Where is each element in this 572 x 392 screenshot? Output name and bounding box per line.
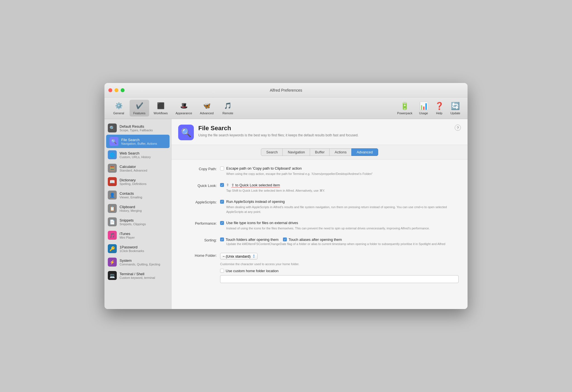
sidebar-item-1password[interactable]: 🔑 1Password 1Click Bookmarks (104, 242, 171, 255)
contacts-icon: 👤 (108, 191, 117, 199)
page-subtitle: Using the file search keywords is the be… (198, 133, 450, 138)
file-search-subtitle: Navigation, Buffer, Actions (121, 142, 157, 145)
toolbar-general[interactable]: ⚙️ General (109, 100, 128, 117)
copy-path-checkbox[interactable] (220, 167, 224, 170)
itunes-title: iTunes (120, 232, 135, 236)
usage-icon: 📊 (419, 101, 428, 110)
sidebar-item-itunes[interactable]: 🎵 iTunes Mini Player (104, 229, 171, 242)
sidebar-item-web-search[interactable]: 🌐 Web Search Custom, URLs, History (104, 148, 171, 161)
sidebar-item-snippets[interactable]: 📄 Snippets Snippets, Clippings (104, 215, 171, 229)
sidebar-item-contacts[interactable]: 👤 Contacts Viewer, Emailing (104, 188, 171, 202)
sidebar-item-clipboard[interactable]: 📋 Clipboard History, Merging (104, 202, 171, 215)
1password-subtitle: 1Click Bookmarks (120, 249, 144, 253)
toolbar-update[interactable]: 🔄 Update (448, 100, 463, 117)
tab-actions[interactable]: Actions (329, 148, 352, 156)
dictionary-icon: 📖 (108, 177, 117, 186)
applescripts-checkbox[interactable]: ✓ (220, 200, 224, 204)
help-button[interactable]: ? (455, 125, 461, 131)
custom-location-input[interactable] (220, 275, 459, 283)
main-header-icon: 🔍 (178, 125, 194, 140)
sidebar-item-file-search[interactable]: 🔍 File Search Navigation, Buffer, Action… (106, 135, 170, 148)
help-label: Help (436, 111, 442, 115)
performance-desc: Instead of using the icons for the files… (226, 226, 459, 231)
toolbar-remote[interactable]: 🎵 Remote (218, 100, 238, 117)
sidebar-item-dictionary[interactable]: 📖 Dictionary Spelling, Definitions (104, 175, 171, 188)
minimize-button[interactable] (115, 88, 118, 92)
toolbar-powerpack[interactable]: 🔋 Powerpack (394, 100, 415, 117)
copy-path-setting: Copy Path: Escape path on 'Copy path to … (180, 166, 459, 176)
toolbar-workflows[interactable]: ⬛ Workflows (150, 100, 171, 117)
sorting-desc: Update the kMDItemFSContentChangeDate fl… (226, 242, 459, 246)
quick-look-desc: Tap Shift to Quick Look the selected ite… (226, 188, 459, 193)
sorting-option1-label: Touch folders after opening them (226, 237, 278, 242)
clipboard-title: Clipboard (120, 205, 142, 209)
sorting-checkbox2[interactable]: ✓ (283, 237, 287, 241)
performance-checkbox-label: Use file type icons for files on externa… (226, 221, 298, 225)
remote-icon: 🎵 (223, 101, 232, 110)
home-folder-select[interactable]: ~ (Unix standard) ▲ ▼ (220, 253, 258, 260)
page-title: File Search (198, 125, 450, 132)
remote-label: Remote (223, 111, 233, 115)
sorting-checkbox1[interactable]: ✓ (220, 237, 224, 241)
sorting-option2: ✓ Touch aliases after opening them (283, 237, 342, 242)
file-search-icon: 🔍 (109, 137, 118, 146)
sidebar-item-default-results[interactable]: 🔍 Default Results Scope, Types, Fallback… (104, 121, 171, 135)
sorting-label: Sorting: (180, 237, 217, 242)
system-title: System (120, 258, 160, 263)
1password-icon: 🔑 (108, 244, 117, 253)
toolbar-features[interactable]: ✔️ Features (130, 100, 149, 117)
default-results-icon: 🔍 (108, 123, 117, 132)
sidebar-item-calculator[interactable]: 🧮 Calculator Standard, Advanced (104, 161, 171, 175)
toolbar-right: 🔋 Powerpack 📊 Usage ❓ Help 🔄 Update (394, 100, 463, 117)
toolbar-usage[interactable]: 📊 Usage (416, 100, 431, 117)
main-body: Copy Path: Escape path on 'Copy path to … (171, 160, 468, 309)
itunes-icon: 🎵 (108, 231, 117, 240)
quick-look-label: Quick Look: (180, 183, 217, 188)
dictionary-title: Dictionary (120, 178, 147, 182)
tab-advanced[interactable]: Advanced (351, 148, 378, 156)
custom-home-checkbox[interactable] (220, 269, 224, 273)
copy-path-label: Copy Path: (180, 166, 217, 171)
features-label: Features (133, 111, 145, 115)
features-icon: ✔️ (135, 101, 144, 110)
snippets-subtitle: Snippets, Clippings (120, 222, 146, 226)
main-header: 🔍 File Search Using the file search keyw… (171, 119, 468, 145)
tab-buffer[interactable]: Buffer (310, 148, 330, 156)
maximize-button[interactable] (121, 88, 125, 92)
tab-navigation[interactable]: Navigation (282, 148, 310, 156)
copy-path-checkbox-label: Escape path on 'Copy path to Clipboard' … (226, 166, 302, 170)
web-search-title: Web Search (120, 151, 151, 155)
update-icon: 🔄 (451, 101, 460, 110)
tab-search[interactable]: Search (261, 148, 283, 156)
sorting-option1: ✓ Touch folders after opening them (220, 237, 278, 242)
performance-setting: Performance: ✓ Use file type icons for f… (180, 221, 459, 231)
close-button[interactable] (108, 88, 112, 92)
window-controls (108, 88, 125, 92)
dictionary-subtitle: Spelling, Definitions (120, 182, 147, 186)
performance-checkbox[interactable]: ✓ (220, 221, 224, 225)
help-icon: ❓ (435, 101, 444, 110)
appearance-label: Appearance (176, 111, 192, 115)
clipboard-icon: 📋 (108, 204, 117, 213)
1password-title: 1Password (120, 245, 144, 249)
sidebar-item-terminal[interactable]: 💻 Terminal / Shell Custom keyword, termi… (104, 269, 171, 282)
toolbar-appearance[interactable]: 🎩 Appearance (172, 100, 196, 117)
content-area: 🔍 Default Results Scope, Types, Fallback… (104, 119, 468, 309)
calculator-icon: 🧮 (108, 164, 117, 173)
sorting-setting: Sorting: ✓ Touch folders after opening t… (180, 237, 459, 246)
applescripts-desc: When dealing with AppleScripts in Alfred… (226, 205, 459, 214)
toolbar-help[interactable]: ❓ Help (432, 100, 447, 117)
general-label: General (113, 111, 124, 115)
toolbar-advanced[interactable]: 🦋 Advanced (197, 100, 217, 117)
app-window: Alfred Preferences ⚙️ General ✔️ Feature… (104, 83, 468, 309)
sidebar-item-system[interactable]: ⚡ System Commands, Quitting, Ejecting (104, 255, 171, 269)
calculator-title: Calculator (120, 165, 147, 169)
quick-look-checkbox[interactable]: ✓ (220, 183, 224, 187)
quick-look-setting: Quick Look: ✓ ⇧ ⇧ to Quick Look selected… (180, 183, 459, 193)
system-subtitle: Commands, Quitting, Ejecting (120, 263, 160, 266)
web-search-icon: 🌐 (108, 150, 117, 159)
powerpack-icon: 🔋 (400, 101, 409, 110)
update-label: Update (451, 111, 460, 115)
custom-home-label: Use custom home folder location (226, 269, 278, 273)
snippets-title: Snippets (120, 218, 146, 222)
